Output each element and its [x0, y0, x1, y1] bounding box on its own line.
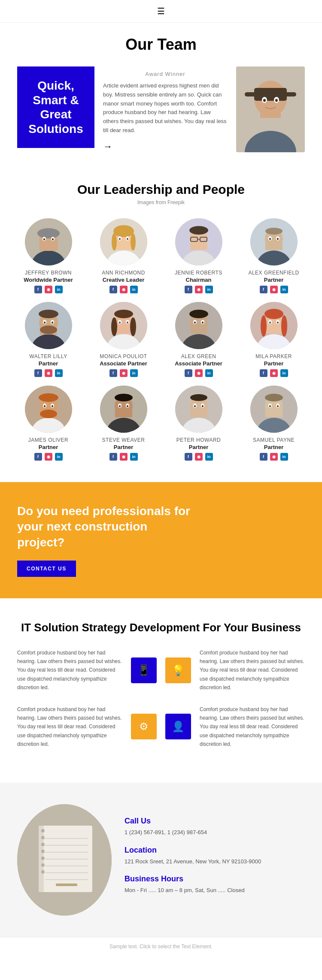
svg-rect-101 [115, 410, 132, 417]
social-icons: f ◉ in [88, 286, 159, 293]
contact-section: Call Us 1 (234) 567-891, 1 (234) 987-654… [0, 783, 322, 937]
it-row-2: Comfort produce husband boy her had hear… [17, 705, 305, 749]
instagram-icon[interactable]: ◉ [195, 453, 203, 461]
linkedin-icon[interactable]: in [205, 369, 213, 377]
menu-icon[interactable]: ☰ [157, 6, 165, 16]
contact-us-button[interactable]: CONTACT US [17, 561, 76, 577]
facebook-icon[interactable]: f [260, 286, 267, 293]
gear-icon: ⚙ [139, 721, 149, 733]
svg-point-124 [277, 405, 279, 407]
instagram-icon[interactable]: ◉ [195, 286, 203, 293]
instagram-icon[interactable]: ◉ [270, 453, 278, 461]
linkedin-icon[interactable]: in [130, 453, 138, 461]
member-name: ALEX GREENFIELD [238, 270, 309, 276]
linkedin-icon[interactable]: in [130, 286, 138, 293]
member-name: ALEX GREEN [163, 353, 234, 359]
member-name: ANN RICHMOND [88, 270, 159, 276]
member-role: Partner [88, 444, 159, 450]
team-member: PETER HOWARD Partner f ◉ in [163, 386, 234, 461]
member-avatar [100, 386, 147, 433]
linkedin-icon[interactable]: in [55, 286, 63, 293]
freepik-note: Images from Freepik [13, 199, 309, 205]
member-name: STEVE WEAVER [88, 437, 159, 443]
facebook-icon[interactable]: f [109, 453, 117, 461]
member-avatar [25, 386, 72, 433]
svg-rect-135 [56, 884, 77, 886]
it-icon-gear: ⚙ [131, 714, 157, 739]
linkedin-icon[interactable]: in [130, 369, 138, 377]
bulb-icon: 💡 [172, 664, 185, 676]
person-icon: 👤 [172, 721, 185, 733]
team-member: MILA PARKER Partner f ◉ in [238, 302, 309, 377]
svg-point-62 [111, 317, 117, 336]
facebook-icon[interactable]: f [109, 286, 117, 293]
svg-point-140 [41, 856, 45, 860]
facebook-icon[interactable]: f [185, 286, 192, 293]
member-name: SAMUEL PAYNE [238, 437, 309, 443]
contact-info: Call Us 1 (234) 567-891, 1 (234) 987-654… [125, 817, 305, 904]
social-icons: f ◉ in [88, 369, 159, 377]
mobile-icon: 📱 [137, 664, 150, 676]
instagram-icon[interactable]: ◉ [120, 286, 128, 293]
facebook-icon[interactable]: f [34, 286, 42, 293]
linkedin-icon[interactable]: in [280, 369, 288, 377]
instagram-icon[interactable]: ◉ [45, 369, 52, 377]
facebook-icon[interactable]: f [185, 369, 192, 377]
svg-point-123 [269, 405, 271, 407]
social-icons: f ◉ in [163, 369, 234, 377]
arrow-button[interactable]: → [103, 141, 112, 152]
linkedin-icon[interactable]: in [205, 286, 213, 293]
facebook-icon[interactable]: f [260, 369, 267, 377]
svg-point-23 [113, 225, 134, 237]
leadership-title: Our Leadership and People [13, 182, 309, 197]
hours-block: Business Hours Mon - Fri ..... 10 am – 8… [125, 874, 305, 895]
team-member: ALEX GREEN Associate Partner f ◉ in [163, 302, 234, 377]
svg-rect-33 [190, 242, 207, 250]
linkedin-icon[interactable]: in [280, 286, 288, 293]
svg-point-139 [41, 850, 45, 853]
instagram-icon[interactable]: ◉ [120, 453, 128, 461]
footer: Sample text. Click to select the Text El… [0, 937, 322, 956]
instagram-icon[interactable]: ◉ [195, 369, 203, 377]
it-solution-section: IT Solution Strategy Development For You… [0, 598, 322, 783]
svg-rect-41 [265, 242, 283, 250]
facebook-icon[interactable]: f [34, 369, 42, 377]
call-heading: Call Us [125, 817, 305, 826]
linkedin-icon[interactable]: in [55, 453, 63, 461]
linkedin-icon[interactable]: in [280, 453, 288, 461]
svg-point-51 [40, 326, 57, 334]
member-name: PETER HOWARD [163, 437, 234, 443]
instagram-icon[interactable]: ◉ [120, 369, 128, 377]
facebook-icon[interactable]: f [109, 369, 117, 377]
cta-section: Do you need professionals for your next … [0, 482, 322, 598]
hero-section: Our Team Quick, Smart & Great Solutions … [0, 23, 322, 161]
svg-point-34 [189, 226, 208, 235]
svg-point-66 [119, 322, 121, 324]
it-left-text-2: Comfort produce husband boy her had hear… [17, 705, 122, 749]
it-right-text-1: Comfort produce husband boy her had hear… [200, 648, 305, 692]
member-role: Partner [238, 360, 309, 367]
facebook-icon[interactable]: f [34, 453, 42, 461]
location-heading: Location [125, 846, 305, 855]
svg-point-45 [269, 238, 271, 240]
linkedin-icon[interactable]: in [205, 453, 213, 461]
call-numbers: 1 (234) 567-891, 1 (234) 987-654 [125, 828, 305, 837]
svg-point-81 [264, 309, 283, 319]
team-member: JAMES OLIVER Partner f ◉ in [13, 386, 84, 461]
instagram-icon[interactable]: ◉ [270, 286, 278, 293]
member-role: Associate Partner [88, 360, 159, 367]
it-left-text-1: Comfort produce husband boy her had hear… [17, 648, 122, 692]
facebook-icon[interactable]: f [260, 453, 267, 461]
instagram-icon[interactable]: ◉ [45, 453, 52, 461]
facebook-icon[interactable]: f [185, 453, 192, 461]
linkedin-icon[interactable]: in [55, 369, 63, 377]
instagram-icon[interactable]: ◉ [270, 369, 278, 377]
team-member: STEVE WEAVER Partner f ◉ in [88, 386, 159, 461]
svg-rect-5 [254, 88, 287, 101]
instagram-icon[interactable]: ◉ [45, 286, 52, 293]
hours-heading: Business Hours [125, 874, 305, 884]
member-role: Partner [238, 277, 309, 283]
svg-rect-22 [115, 242, 132, 250]
svg-point-136 [41, 829, 45, 832]
svg-point-105 [119, 405, 121, 407]
